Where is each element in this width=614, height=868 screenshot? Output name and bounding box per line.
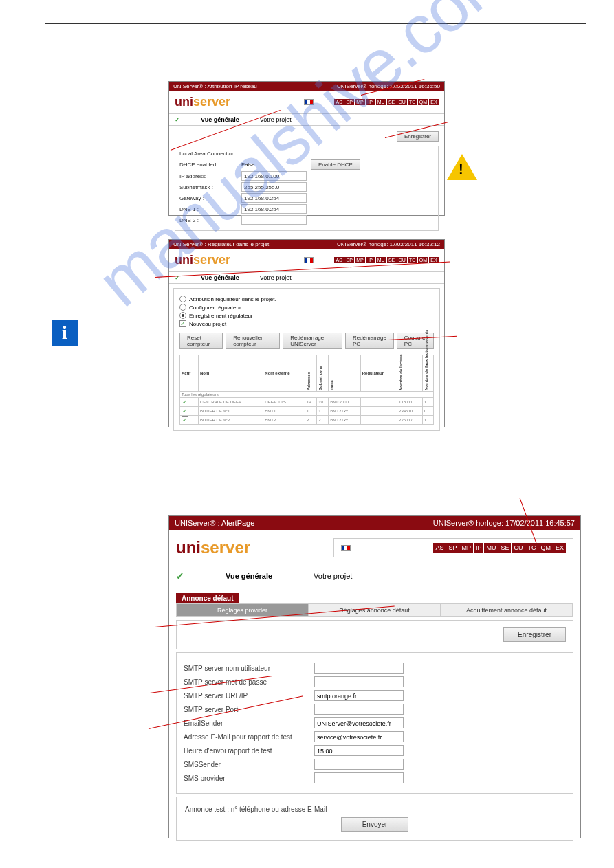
regulateur-table: Actif Nom Nom externe Adresses Subnet zo… <box>179 355 434 425</box>
dns1-input[interactable]: 192.168.0.254 <box>241 204 307 214</box>
smtp-pass-input[interactable] <box>314 676 404 687</box>
emailsender-input[interactable]: UNIServer@votresociete.fr <box>314 717 404 728</box>
test-addr-input[interactable]: service@votresociete.fr <box>314 731 404 742</box>
smsprov-input[interactable] <box>314 772 404 783</box>
nav3-ip[interactable]: IP <box>474 543 484 553</box>
table-row[interactable]: BUTIER CF N°1 BMT1 1 1 BMT2Txx 234610 0 <box>180 407 434 416</box>
nav3-cu[interactable]: CU <box>512 543 525 553</box>
cell <box>360 398 397 407</box>
nav2-tc[interactable]: TC <box>408 257 417 263</box>
renew-compteur-button[interactable]: Renouveller compteur <box>226 333 280 349</box>
th-reg: Régulateur <box>360 355 397 392</box>
dns2-input[interactable] <box>241 215 307 225</box>
nav3-sp[interactable]: SP <box>446 543 459 553</box>
radio-enreg[interactable]: Enregistrement régulateur <box>179 312 434 319</box>
vue-generale-2[interactable]: Vue générale <box>201 274 239 281</box>
radio-attr[interactable]: Attribution régulateur dans le projet. <box>179 296 434 302</box>
nav-ip[interactable]: IP <box>366 99 375 105</box>
envoyer-button[interactable]: Envoyer <box>341 817 409 832</box>
enable-dhcp-button[interactable]: Enable DHCP <box>311 159 360 170</box>
titlebar-1: UNIServer® : Attribution IP réseau UNISe… <box>169 82 444 91</box>
nav2-sp[interactable]: SP <box>344 257 354 263</box>
title-left-3: UNIServer® : AlertPage <box>175 519 254 527</box>
nav-cu[interactable]: CU <box>397 99 407 105</box>
smtp-user-input[interactable] <box>314 663 404 674</box>
smtp-url-input[interactable]: smtp.orange.fr <box>314 690 404 701</box>
reset-compteur-button[interactable]: Reset compteur <box>179 333 223 349</box>
smssender-input[interactable] <box>314 759 404 770</box>
nav3-tc[interactable]: TC <box>525 543 538 553</box>
radio-attr-label: Attribution régulateur dans le projet. <box>189 296 276 302</box>
radio-conf[interactable]: Configurer régulateur <box>179 304 434 311</box>
nav-sp[interactable]: SP <box>344 99 354 105</box>
nav-tc[interactable]: TC <box>408 99 417 105</box>
logo-server-3: server <box>201 538 250 557</box>
table-row[interactable]: CENTRALE DE DEFA DEFAULTS 19 19 BMC2000 … <box>180 398 434 407</box>
flag-icon-2[interactable] <box>304 257 314 263</box>
ip-input[interactable]: 192.168.0.100 <box>241 171 307 181</box>
redem-uniserver-button[interactable]: Redémarrage UNIServer <box>283 333 342 349</box>
cell: DEFAULTS <box>263 398 305 407</box>
navbtns-1: AS SP MP IP MU SE CU TC QM EX <box>334 99 439 105</box>
flag-icon-3[interactable] <box>341 545 351 551</box>
redem-pc-button[interactable]: Redémarrage PC <box>345 333 394 349</box>
nav-mp[interactable]: MP <box>355 99 365 105</box>
dhcp-label: DHCP enabled: <box>179 162 241 168</box>
nav2-ip[interactable]: IP <box>366 257 375 263</box>
flag-icon[interactable] <box>304 99 314 105</box>
gw-label: Gateway : <box>179 195 241 201</box>
logo-row-2: uniserver AS SP MP IP MU SE CU TC QM EX <box>169 249 444 271</box>
cell: BUTIER CF N°2 <box>198 416 263 425</box>
row-check-icon[interactable] <box>182 416 188 423</box>
cell: BUTIER CF N°1 <box>198 407 263 416</box>
logo-server: server <box>193 95 230 109</box>
nav2-cu[interactable]: CU <box>397 257 407 263</box>
votre-projet-1: Votre projet <box>260 116 292 123</box>
nav2-as[interactable]: AS <box>334 257 344 263</box>
cell: 225017 <box>397 416 423 425</box>
heure-input[interactable]: 15:00 <box>314 745 404 756</box>
cell: 1 <box>305 407 317 416</box>
gw-input[interactable]: 192.168.0.254 <box>241 193 307 203</box>
logo-1: uniserver <box>175 95 230 109</box>
cell: 19 <box>317 398 329 407</box>
logo-uni-3: uni <box>176 538 201 557</box>
check-nouveau[interactable]: Nouveau projet <box>179 320 434 327</box>
nav-ex[interactable]: EX <box>429 99 439 105</box>
nav3-mu[interactable]: MU <box>484 543 498 553</box>
nav3-ex[interactable]: EX <box>553 543 566 553</box>
logo-row-1: uniserver AS SP MP IP MU SE CU TC QM EX <box>169 91 444 113</box>
title-right-2: UNIServer® horloge: 17/02/2011 16:32:12 <box>337 241 440 247</box>
nav-mu[interactable]: MU <box>376 99 386 105</box>
nav-as[interactable]: AS <box>334 99 344 105</box>
vue-generale-3[interactable]: Vue générale <box>226 572 272 580</box>
screenshot-alertpage: UNIServer® : AlertPage UNIServer® horlog… <box>168 515 581 838</box>
logo-3: uniserver <box>176 538 250 557</box>
tab-acquit[interactable]: Acquittement annonce défaut <box>441 604 573 616</box>
row-check-icon[interactable] <box>182 399 188 405</box>
table-row[interactable]: BUTIER CF N°2 BMT2 2 2 BMT2Txx 225017 1 <box>180 416 434 425</box>
nav2-mu[interactable]: MU <box>376 257 386 263</box>
nav3-as[interactable]: AS <box>433 543 446 553</box>
save-button-3[interactable]: Enregistrer <box>503 627 566 642</box>
logo-2: uniserver <box>175 253 230 267</box>
nav3-se[interactable]: SE <box>498 543 511 553</box>
row-check-icon[interactable] <box>182 408 188 414</box>
nav-se[interactable]: SE <box>387 99 397 105</box>
check-icon-3: ✓ <box>176 570 184 581</box>
subheader-2: ✓ Vue générale Votre projet <box>169 271 444 284</box>
th-nom: Nom <box>198 355 263 392</box>
nav2-mp[interactable]: MP <box>355 257 365 263</box>
radio-conf-label: Configurer régulateur <box>189 304 241 311</box>
cell: 234610 <box>397 407 423 416</box>
vue-generale-1[interactable]: Vue générale <box>201 116 239 123</box>
nav2-se[interactable]: SE <box>387 257 397 263</box>
nav3-qm[interactable]: QM <box>538 543 553 553</box>
nav3-mp[interactable]: MP <box>459 543 473 553</box>
nav-qm[interactable]: QM <box>418 99 428 105</box>
th-lecture: Nombre de lecture <box>399 356 403 390</box>
tab-annonce[interactable]: Réglages annonce défaut <box>309 604 441 616</box>
cell: BMT1 <box>263 407 305 416</box>
smtp-port-input[interactable] <box>314 704 404 715</box>
mask-input[interactable]: 255.255.255.0 <box>241 182 307 192</box>
